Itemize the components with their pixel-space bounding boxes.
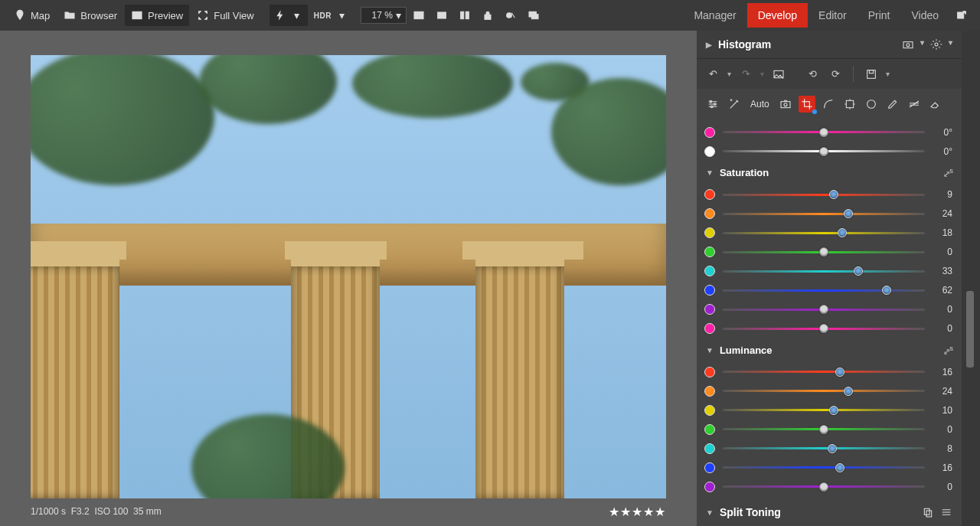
saturation-green-slider[interactable]: 0 [704,243,952,262]
slider-thumb[interactable] [829,190,838,199]
saturation-magenta-slider[interactable]: 0 [704,319,952,338]
gradient-tool[interactable] [906,96,923,113]
saturation-yellow-slider[interactable]: 18 [704,224,952,243]
tab-editor[interactable]: Editor [808,3,858,28]
luminance-aqua-slider[interactable]: 8 [704,439,952,458]
slider-track[interactable] [723,428,925,430]
saturation-orange-slider[interactable]: 24 [704,204,952,224]
histogram-header[interactable]: ▶ Histogram ▾ ▾ [697,31,962,58]
map-button[interactable]: Map [8,5,56,26]
slider-track[interactable] [723,213,925,215]
slider-track[interactable] [723,390,925,392]
panel-scrollbar[interactable] [962,31,980,526]
split-toning-header[interactable]: ▼ Split Toning [697,498,962,526]
luminance-red-slider[interactable]: 16 [704,362,952,381]
rotate-right-button[interactable]: ⟳ [827,66,844,83]
saturation-aqua-slider[interactable]: 33 [704,262,952,281]
saturation-purple-slider[interactable]: 0 [704,300,952,319]
sliders-tool[interactable] [704,96,721,113]
luminance-orange-slider[interactable]: 24 [704,381,952,400]
magic-tool[interactable] [726,96,743,113]
slider-track[interactable] [723,447,925,449]
fullview-button[interactable]: Full View [191,5,260,26]
slider-track[interactable] [723,194,925,196]
slider-track[interactable] [723,232,925,234]
tab-develop[interactable]: Develop [747,3,808,28]
chevron-down-icon[interactable]: ▾ [920,38,924,51]
luminance-green-slider[interactable]: 0 [704,420,952,439]
slider-track[interactable] [723,270,925,273]
slider-thumb[interactable] [835,463,844,472]
tab-print[interactable]: Print [858,3,901,28]
tab-video[interactable]: Video [900,3,949,28]
overlay-button[interactable] [523,5,544,26]
slider-track[interactable] [723,409,925,411]
slider-track[interactable] [723,328,925,330]
saturation-header[interactable]: ▼ Saturation ⤢s [697,162,962,182]
crop-tool[interactable] [799,96,815,113]
slider-thumb[interactable] [844,387,853,396]
external-link-button[interactable] [951,5,972,26]
luminance-yellow-slider[interactable]: 10 [704,400,952,420]
scrollbar-thumb[interactable] [966,291,974,368]
slider-track[interactable] [723,150,925,152]
zoom-fit-button[interactable] [431,5,452,26]
zoom-1to1-button[interactable] [408,5,430,26]
browser-button[interactable]: Browser [57,5,123,26]
preview-button[interactable]: Preview [125,5,189,26]
luminance-header[interactable]: ▼ Luminance ⤢s [697,340,962,360]
camera-profile-tool[interactable] [777,96,794,113]
image-canvas[interactable] [31,55,666,498]
saturation-red-slider[interactable]: 9 [704,185,952,204]
undo-button[interactable]: ↶ [704,66,721,83]
targeted-adjust-icon[interactable]: ⤢s [943,167,952,179]
chevron-down-icon[interactable]: ▾ [886,70,890,78]
hue-hue-magenta-slider[interactable]: 0 [704,123,952,142]
slider-thumb[interactable] [854,266,863,276]
transform-tool[interactable] [841,96,858,113]
radial-tool[interactable] [863,96,880,113]
original-button[interactable] [770,66,787,83]
slider-track[interactable] [723,309,925,311]
slider-thumb[interactable] [882,286,891,295]
brush-tool[interactable] [884,96,901,113]
save-button[interactable] [863,66,880,83]
copy-icon[interactable] [922,506,934,518]
tab-manager[interactable]: Manager [683,3,746,28]
slider-thumb[interactable] [829,406,838,415]
hue-hue-white-slider[interactable]: 0 [704,142,952,161]
slider-thumb[interactable] [819,147,828,156]
slider-thumb[interactable] [819,482,828,492]
redo-button[interactable]: ↷ [737,66,754,83]
rating-stars[interactable]: ★★★★★ [609,505,666,519]
luminance-purple-slider[interactable]: 0 [704,477,952,496]
slider-thumb[interactable] [844,209,853,218]
slider-track[interactable] [723,485,925,488]
slider-track[interactable] [723,289,925,292]
highlight-clipping-button[interactable] [500,5,521,26]
slider-thumb[interactable] [828,444,837,453]
slider-track[interactable] [723,131,925,133]
chevron-down-icon[interactable]: ▾ [949,38,952,51]
slider-thumb[interactable] [819,305,828,314]
luminance-blue-slider[interactable]: 16 [704,458,952,477]
slider-thumb[interactable] [819,128,828,137]
curves-tool[interactable] [820,96,837,113]
slider-thumb[interactable] [819,247,828,256]
slider-thumb[interactable] [838,228,847,237]
split-view-button[interactable] [454,5,475,26]
camera-icon[interactable] [902,38,914,51]
slider-track[interactable] [723,466,925,469]
auto-button[interactable]: Auto [747,99,773,109]
hdr-dropdown[interactable]: HDR ▾ [309,5,353,26]
slider-track[interactable] [723,251,925,253]
rotate-left-button[interactable]: ⟲ [804,66,821,83]
menu-icon[interactable] [940,506,952,518]
slider-track[interactable] [723,371,925,373]
slider-thumb[interactable] [819,324,828,333]
saturation-blue-slider[interactable]: 62 [704,281,952,300]
slider-thumb[interactable] [835,368,844,377]
retouch-tool[interactable] [927,96,944,113]
lock-zoom-button[interactable] [477,5,498,26]
chevron-down-icon[interactable]: ▾ [727,70,731,78]
